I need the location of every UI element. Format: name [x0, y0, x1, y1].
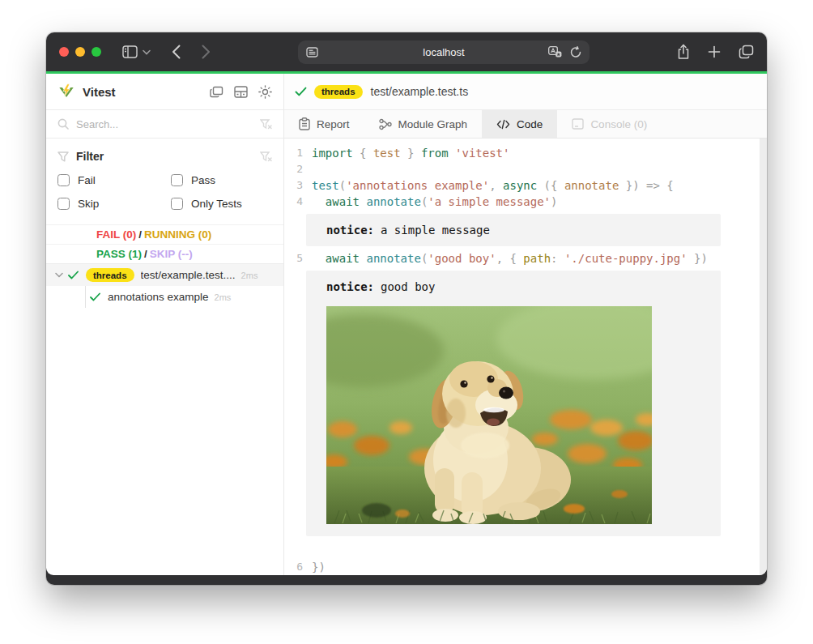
sidebar-toggle-icon[interactable] — [122, 45, 138, 58]
test-case-row[interactable]: annotations example 2ms — [46, 286, 283, 308]
safari-window: localhost — [46, 32, 767, 585]
zoom-window-button[interactable] — [92, 47, 101, 57]
tab-console[interactable]: Console (0) — [557, 110, 662, 138]
tab-bar: Report Module Graph — [284, 110, 767, 139]
window-controls — [59, 47, 101, 57]
code-line: 2 — [284, 161, 767, 177]
back-button-icon[interactable] — [172, 45, 181, 59]
chevron-down-icon[interactable] — [143, 49, 151, 55]
reader-view-icon[interactable] — [306, 47, 318, 58]
filter-label: Filter — [76, 150, 104, 163]
search-input[interactable] — [76, 118, 253, 130]
address-bar[interactable]: localhost — [298, 41, 590, 64]
reload-icon[interactable] — [570, 46, 581, 58]
test-duration: 2ms — [215, 292, 238, 302]
test-tree: threads test/example.test.... 2ms annota… — [46, 263, 283, 308]
fail-count: FAIL (0) — [96, 228, 136, 241]
pass-check-icon — [295, 87, 307, 96]
skip-count: SKIP (--) — [150, 248, 193, 260]
checkbox-box[interactable] — [171, 174, 183, 186]
minimize-window-button[interactable] — [75, 47, 85, 57]
search-bar — [46, 110, 283, 139]
clear-search-filter-icon[interactable] — [260, 119, 272, 130]
close-window-button[interactable] — [59, 47, 69, 57]
tab-overview-icon[interactable] — [739, 45, 754, 59]
new-tab-icon[interactable] — [708, 45, 721, 58]
annotation-label: notice: — [326, 280, 374, 293]
funnel-icon — [57, 151, 69, 162]
indent-guide — [85, 286, 86, 308]
test-file-row[interactable]: threads test/example.test.... 2ms — [46, 264, 283, 286]
tab-module-graph[interactable]: Module Graph — [364, 110, 483, 138]
checkbox-box[interactable] — [57, 174, 70, 186]
pass-check-icon — [68, 271, 79, 279]
module-graph-icon — [379, 118, 392, 130]
dashboard-layout-icon[interactable] — [234, 85, 248, 99]
pass-count: PASS (1) — [96, 248, 142, 260]
share-icon[interactable] — [677, 44, 690, 60]
test-stats: FAIL (0)/RUNNING (0) PASS (1)/SKIP (--) — [46, 224, 283, 263]
code-line: 5 await annotate('good boy', { path: './… — [284, 250, 767, 267]
checkbox-fail[interactable]: Fail — [57, 174, 171, 186]
browser-toolbar: localhost — [46, 32, 767, 71]
annotation-label: notice: — [326, 224, 374, 237]
project-badge: threads — [86, 268, 134, 282]
project-badge: threads — [314, 85, 363, 99]
checkbox-only-tests[interactable]: Only Tests — [171, 198, 272, 210]
checkbox-skip[interactable]: Skip — [57, 198, 171, 210]
sidebar: Vitest — [46, 74, 284, 575]
stats-row-2: PASS (1)/SKIP (--) — [46, 244, 283, 263]
annotation-notice: notice:a simple message — [306, 214, 721, 246]
code-scrollbar[interactable] — [760, 139, 767, 575]
vitest-logo-icon — [57, 83, 75, 100]
checkbox-box[interactable] — [57, 198, 70, 210]
forward-button-icon[interactable] — [202, 45, 211, 59]
code-line: 1import { test } from 'vitest' — [284, 145, 767, 161]
running-count: RUNNING (0) — [144, 228, 211, 241]
checkbox-box[interactable] — [171, 198, 183, 210]
url-text: localhost — [298, 46, 590, 58]
report-icon — [299, 117, 310, 130]
code-line: 4 await annotate('a simple message') — [284, 194, 767, 210]
main-panel: threads test/example.test.ts Report — [284, 74, 767, 575]
open-file-name: test/example.test.ts — [371, 85, 469, 98]
clear-filter-icon[interactable] — [260, 151, 272, 162]
search-icon — [57, 118, 69, 130]
pass-check-icon — [90, 292, 100, 301]
code-icon — [496, 119, 510, 130]
app-title: Vitest — [83, 85, 116, 99]
stats-row-1: FAIL (0)/RUNNING (0) — [46, 224, 283, 244]
chevron-down-icon[interactable] — [55, 272, 63, 278]
test-duration: 2ms — [241, 271, 265, 280]
annotation-notice: notice:good boy — [306, 271, 721, 536]
annotation-message: good boy — [381, 280, 435, 293]
code-viewer[interactable]: 1import { test } from 'vitest' 2 3test('… — [284, 139, 767, 575]
cute-puppy-photo — [326, 306, 652, 524]
checkbox-pass[interactable]: Pass — [171, 174, 272, 186]
console-icon — [572, 118, 584, 130]
filter-section: Filter Fail Pass — [46, 139, 283, 223]
sidebar-header: Vitest — [46, 74, 283, 110]
tab-report[interactable]: Report — [284, 110, 364, 138]
test-case-name: annotations example — [108, 291, 209, 303]
test-file-name: test/example.test.... — [141, 269, 236, 281]
translate-icon[interactable] — [548, 46, 562, 58]
tab-code[interactable]: Code — [482, 110, 557, 138]
collapse-panels-icon[interactable] — [210, 85, 223, 99]
code-line: 6}) — [284, 559, 767, 575]
theme-toggle-sun-icon[interactable] — [258, 85, 272, 99]
annotation-message: a simple message — [381, 224, 490, 237]
vitest-ui: Vitest — [46, 74, 767, 575]
code-line: 3test('annotations example', async ({ an… — [284, 177, 767, 194]
file-header: threads test/example.test.ts — [284, 74, 767, 110]
